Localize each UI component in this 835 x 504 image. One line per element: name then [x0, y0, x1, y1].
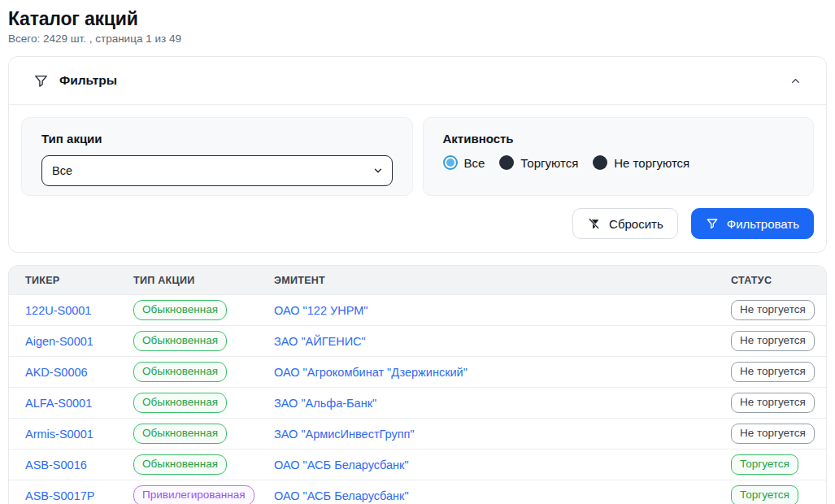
radio-circle	[593, 155, 607, 170]
page: Каталог акций Всего: 2429 шт. , страница…	[0, 0, 835, 504]
page-subtitle: Всего: 2429 шт. , страница 1 из 49	[8, 33, 827, 45]
issuer-link[interactable]: ОАО "Агрокомбинат "Дзержинский"	[274, 366, 468, 379]
funnel-icon	[706, 217, 719, 230]
chevron-up-icon[interactable]	[789, 75, 802, 87]
ticker-link[interactable]: 122U-S0001	[25, 304, 91, 317]
type-badge: Обыкновенная	[133, 454, 227, 475]
apply-filters-button[interactable]: Фильтровать	[691, 208, 814, 239]
radio-label: Торгуются	[520, 156, 578, 170]
table-body: 122U-S0001 Обыкновенная ОАО "122 УНРМ" Н…	[9, 295, 826, 504]
column-header-ticker: ТИКЕР	[9, 266, 133, 295]
status-badge: Не торгуется	[731, 331, 815, 351]
issuer-link[interactable]: ОАО "122 УНРМ"	[274, 304, 367, 317]
radio-label: Не торгуются	[614, 156, 689, 170]
radio-circle	[443, 155, 458, 170]
funnel-icon	[33, 73, 49, 89]
apply-button-label: Фильтровать	[727, 217, 799, 231]
ticker-link[interactable]: ASB-S0017P	[25, 489, 94, 502]
column-header-issuer: ЭМИТЕНТ	[274, 266, 723, 295]
status-badge: Торгуется	[731, 485, 798, 504]
table-row: Armis-S0001 Обыкновенная ЗАО "АрмисИнвес…	[9, 419, 826, 450]
status-badge: Не торгуется	[731, 393, 815, 413]
type-badge: Обыкновенная	[133, 393, 227, 413]
issuer-link[interactable]: ЗАО "АЙГЕНИС"	[274, 335, 366, 348]
stocks-table-card: ТИКЕР ТИП АКЦИИ ЭМИТЕНТ СТАТУС 122U-S000…	[8, 265, 827, 504]
issuer-link[interactable]: ОАО "АСБ Беларусбанк"	[274, 489, 409, 502]
table-row: ALFA-S0001 Обыкновенная ЗАО "Альфа-Банк"…	[9, 388, 826, 419]
table-row: ASB-S0017P Привилегированная ОАО "АСБ Бе…	[9, 480, 826, 504]
page-title: Каталог акций	[8, 8, 827, 30]
type-badge: Обыкновенная	[133, 331, 227, 351]
table-row: Aigen-S0001 Обыкновенная ЗАО "АЙГЕНИС" Н…	[9, 326, 826, 357]
radio-option[interactable]: Торгуются	[499, 155, 578, 170]
issuer-link[interactable]: ЗАО "АрмисИнвестГрупп"	[274, 428, 415, 441]
filters-title: Фильтры	[59, 73, 789, 88]
activity-label: Активность	[443, 132, 794, 146]
filter-actions: Сбросить Фильтровать	[21, 208, 814, 239]
status-badge: Не торгуется	[731, 424, 815, 444]
filters-card: Фильтры Тип акции Все	[8, 56, 827, 253]
radio-option[interactable]: Не торгуются	[593, 155, 689, 170]
column-header-type: ТИП АКЦИИ	[133, 266, 274, 295]
stock-type-label: Тип акции	[41, 132, 393, 146]
status-badge: Не торгуется	[731, 300, 815, 320]
reset-button-label: Сбросить	[609, 217, 663, 231]
stocks-table: ТИКЕР ТИП АКЦИИ ЭМИТЕНТ СТАТУС 122U-S000…	[9, 266, 826, 504]
activity-box: Активность Все Торгуются Не торгуются	[423, 117, 815, 196]
type-badge: Обыкновенная	[133, 300, 227, 320]
funnel-off-icon	[587, 217, 601, 231]
table-header-row: ТИКЕР ТИП АКЦИИ ЭМИТЕНТ СТАТУС	[9, 266, 826, 295]
ticker-link[interactable]: ALFA-S0001	[25, 397, 92, 410]
column-header-status: СТАТУС	[723, 266, 826, 295]
table-row: AKD-S0006 Обыкновенная ОАО "Агрокомбинат…	[9, 357, 826, 388]
stock-type-select-wrap: Все	[41, 155, 393, 186]
status-badge: Не торгуется	[731, 362, 815, 382]
type-badge: Обыкновенная	[133, 362, 227, 382]
activity-radio-group: Все Торгуются Не торгуются	[443, 155, 794, 170]
filters-header[interactable]: Фильтры	[9, 57, 826, 105]
radio-label: Все	[464, 156, 485, 170]
table-row: 122U-S0001 Обыкновенная ОАО "122 УНРМ" Н…	[9, 295, 826, 326]
type-badge: Привилегированная	[133, 485, 254, 504]
reset-filters-button[interactable]: Сбросить	[572, 208, 678, 239]
ticker-link[interactable]: Aigen-S0001	[25, 335, 94, 348]
status-badge: Торгуется	[731, 454, 798, 475]
issuer-link[interactable]: ОАО "АСБ Беларусбанк"	[274, 458, 409, 471]
radio-circle	[499, 155, 514, 170]
issuer-link[interactable]: ЗАО "Альфа-Банк"	[274, 397, 376, 410]
filters-body: Тип акции Все Активность	[9, 105, 826, 252]
ticker-link[interactable]: ASB-S0016	[25, 458, 87, 471]
radio-option[interactable]: Все	[443, 155, 485, 170]
stock-type-box: Тип акции Все	[21, 117, 413, 196]
table-row: ASB-S0016 Обыкновенная ОАО "АСБ Беларусб…	[9, 450, 826, 480]
stock-type-select[interactable]: Все	[41, 155, 393, 186]
type-badge: Обыкновенная	[133, 424, 227, 444]
ticker-link[interactable]: AKD-S0006	[25, 366, 88, 379]
ticker-link[interactable]: Armis-S0001	[25, 428, 94, 441]
